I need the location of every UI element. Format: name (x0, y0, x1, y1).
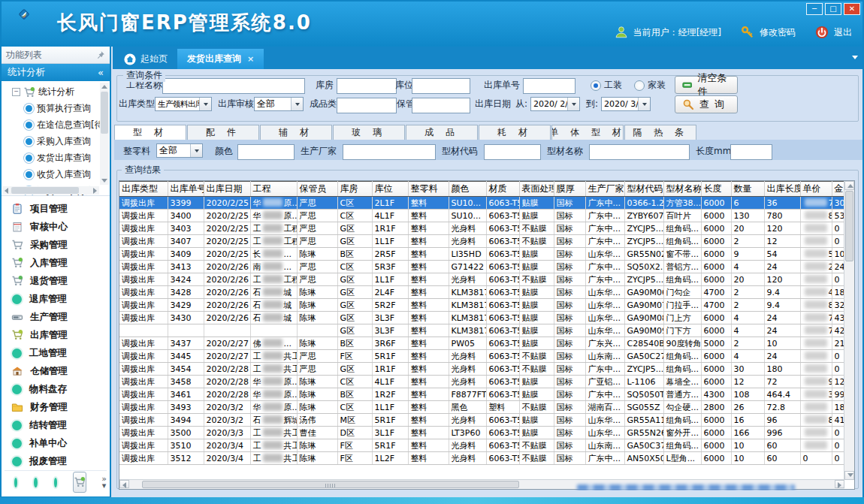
sidebar-menu-item[interactable]: 审核中心 (2, 218, 107, 236)
column-header[interactable]: 长度 (701, 182, 731, 197)
warehouse-input[interactable] (337, 78, 397, 94)
tree-item[interactable]: 在途信息查询[待 (2, 116, 110, 133)
order-no-input[interactable] (523, 78, 575, 94)
project-name-input[interactable] (162, 78, 305, 94)
sidebar-group-header[interactable]: 统计分析 « (2, 64, 110, 81)
column-header[interactable]: 生产厂家 (585, 182, 624, 197)
tree-item[interactable]: 收货入库查询 (2, 166, 110, 183)
sidebar-menu-item[interactable]: 退库管理 (2, 290, 107, 308)
table-row[interactable]: 调拨出库34372020/2/27佛...陈琳B区3R6F整料PW056063-… (119, 337, 850, 350)
quick-cart-button[interactable] (73, 472, 86, 493)
tab-close-icon[interactable]: × (247, 54, 254, 64)
material-tab[interactable]: 成 品 (406, 125, 478, 140)
color-input[interactable] (237, 144, 295, 160)
quick-dot-icon[interactable] (14, 478, 17, 487)
location-input[interactable] (412, 78, 470, 94)
table-row[interactable]: 调拨出库35122020/3/4工共工程陈琳F区1L2F整料光身料6063-T5… (119, 452, 850, 465)
column-header[interactable]: 出库类型 (119, 182, 168, 197)
sidebar-menu-item[interactable]: 出库管理 (2, 326, 107, 344)
table-row[interactable]: 调拨出库35102020/3/4工共工程陈琳F区5R1F整料光身料6063-T5… (119, 439, 850, 452)
material-tab[interactable]: 单 体 型 材 (551, 125, 624, 140)
material-tab[interactable]: 型 材 (114, 125, 186, 140)
close-button[interactable]: ✕ (844, 3, 860, 15)
tab-home[interactable]: 起始页 (114, 49, 177, 69)
table-row[interactable]: 调拨出库34292020/2/26石城陈琳G区5R2F整料KLM38176063… (119, 299, 850, 312)
table-row[interactable]: 调拨出库34942020/3/2石辉城汤伟M区5R1F整料光身料6063-T5贴… (119, 414, 850, 427)
sidebar-menu-item[interactable]: 结转管理 (2, 416, 107, 434)
maker-input[interactable] (343, 144, 436, 160)
quick-dot-icon[interactable] (54, 478, 57, 487)
material-tab[interactable]: 隔 热 条 (624, 125, 696, 140)
radio-jiazhuang[interactable]: 家装 (634, 79, 666, 92)
sidebar-menu-item[interactable]: 报废管理 (2, 452, 107, 470)
product-type-input[interactable] (337, 98, 397, 113)
table-row[interactable]: 调拨出库35002020/3/3工共工程曹佳D区3L1F整料LT3P606063… (119, 427, 850, 439)
table-row[interactable]: 调拨出库34002020/2/25华原...严思C区4L1F整料SU10...6… (119, 210, 850, 222)
pin-icon[interactable] (96, 50, 105, 59)
column-header[interactable]: 颜色 (449, 182, 486, 197)
table-row[interactable]: 调拨出库34242020/2/26工工程严思G区1L1F整料光身料6063-T5… (119, 273, 850, 286)
column-header[interactable]: 单价 (800, 182, 832, 197)
table-row[interactable]: 调拨出库34032020/2/25工工程严思G区1R1F整料光身料6063-T5… (119, 222, 850, 235)
sidebar-menu-item[interactable]: 补单中心 (2, 434, 107, 452)
collapse-left-icon[interactable]: « (98, 67, 104, 78)
column-header[interactable]: 出库长度 (764, 182, 800, 197)
whole-part-select[interactable]: 全部 (156, 143, 203, 158)
search-button[interactable]: 查 询 (675, 95, 738, 113)
table-row[interactable]: 调拨出库34452020/2/27工共工程严思F区5R1F整料光身料6063-T… (119, 350, 850, 363)
column-header[interactable]: 整零料 (408, 182, 449, 197)
minimize-button[interactable]: ─ (806, 3, 823, 15)
clear-conditions-button[interactable]: 清空条件 (675, 76, 738, 94)
date-to-select[interactable]: 2020/ 3/16 (601, 97, 651, 111)
table-row[interactable]: 调拨出库34932020/3/2华原...陈琳C区1L1F整料黑色塑料不贴膜国标… (119, 401, 850, 414)
table-row[interactable]: 调拨出库34612020/2/28华原...陈琳B区1R2F整料F8877FT6… (119, 388, 850, 401)
column-header[interactable]: 型材代码 (624, 182, 663, 197)
column-header[interactable]: 出库日期 (204, 182, 250, 197)
table-row[interactable]: 调拨出库34132020/2/26南...严思C区5R3F整料G71422606… (119, 261, 850, 273)
table-vertical-scrollbar[interactable] (844, 181, 854, 480)
sidebar-menu-item[interactable]: 项目管理 (2, 200, 107, 218)
sidebar-menu-item[interactable]: 入库管理 (2, 254, 107, 272)
column-header[interactable]: 膜厚 (554, 182, 585, 197)
expand-more-icon[interactable]: »▾ (101, 475, 107, 489)
chevron-down-icon[interactable] (852, 56, 858, 59)
table-row[interactable]: 调拨出库34282020/2/26石城陈琳G区2L4F整料KLM38176063… (119, 286, 850, 299)
quick-dot-icon[interactable] (34, 478, 37, 487)
tree-horizontal-scrollbar[interactable] (2, 186, 99, 195)
logout-link[interactable]: 退出 (834, 26, 852, 39)
column-header[interactable]: 出库单号 (168, 182, 204, 197)
keeper-input[interactable] (412, 98, 470, 113)
sidebar-menu-item[interactable]: 生产管理 (2, 308, 107, 326)
column-header[interactable]: 数量 (731, 182, 764, 197)
table-row[interactable]: 调拨出库34582020/2/28华原...陈琳C区4L1F整料光身料6063-… (119, 376, 850, 388)
column-header[interactable]: 工程 (250, 182, 297, 197)
column-header[interactable]: 材质 (486, 182, 519, 197)
sidebar-menu-item[interactable]: 退货管理 (2, 272, 107, 290)
material-tab[interactable]: 配 件 (187, 125, 259, 140)
sidebar-menu-item[interactable]: 采购管理 (2, 236, 107, 254)
maximize-button[interactable]: □ (825, 3, 841, 15)
table-row[interactable]: 调拨出库34092020/2/25长...陈琳B区2R5F整料LI35HD606… (119, 248, 850, 261)
table-row[interactable]: G区3L3F整料KLM38176063-T5贴膜国标山东华...GA90M09.… (119, 324, 850, 337)
date-from-select[interactable]: 2020/ 2/16 (530, 97, 580, 111)
change-password-link[interactable]: 修改密码 (760, 26, 796, 39)
out-type-select[interactable]: 生产领料出库 (155, 97, 212, 111)
profile-code-input[interactable] (484, 144, 541, 160)
tree-vertical-scrollbar[interactable] (100, 83, 109, 185)
column-header[interactable]: 库位 (372, 182, 408, 197)
tree-item[interactable]: 发货出库查询 (2, 149, 110, 166)
tree-item[interactable]: 采购入库查询 (2, 133, 110, 149)
material-tab[interactable]: 耗 材 (479, 125, 551, 140)
table-row[interactable]: 调拨出库34302020/2/26石城陈琳G区3L3F整料KLM38176063… (119, 312, 850, 324)
profile-name-input[interactable] (589, 144, 690, 160)
sidebar-menu-item[interactable]: 财务管理 (2, 398, 107, 416)
tree-root-node[interactable]: − 统计分析 (2, 81, 110, 100)
audit-select[interactable]: 全部 (254, 97, 304, 111)
sidebar-menu-item[interactable]: 物料盘存 (2, 380, 107, 398)
material-tab[interactable]: 辅 材 (260, 125, 332, 140)
column-header[interactable]: 型材名称 (663, 182, 701, 197)
tab-shipment-query[interactable]: 发货出库查询 × (177, 49, 264, 69)
length-input[interactable] (730, 144, 772, 160)
table-row[interactable]: 调拨出库34072020/2/25工工程严思G区1L1F整料光身料6063-T5… (119, 235, 850, 248)
column-header[interactable]: 保管员 (297, 182, 337, 197)
